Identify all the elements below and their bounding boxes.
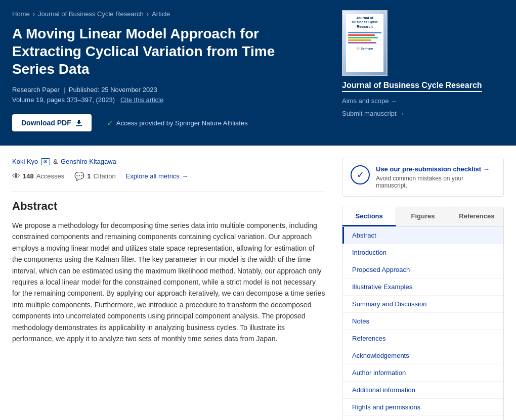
- list-item: Notes: [342, 313, 503, 330]
- checklist-link-label: Use our pre-submission checklist: [376, 165, 481, 173]
- citations-label: Citation: [94, 172, 116, 180]
- action-row: Download PDF ✓ Access provided by Spring…: [12, 106, 330, 131]
- list-item: Rights and permissions: [342, 399, 503, 416]
- accesses-icon: 👁: [12, 172, 20, 181]
- cover-line-4: [348, 39, 371, 41]
- volume-info: Volume 19, pages 373–397, (2023): [12, 96, 115, 104]
- sections-panel: Sections Figures References Abstract Int…: [342, 207, 504, 420]
- divider-1: [12, 191, 326, 192]
- breadcrumb-journal[interactable]: Journal of Business Cycle Research: [38, 10, 144, 18]
- hero-section: Home › Journal of Business Cycle Researc…: [0, 0, 516, 146]
- authors-line: Koki Kyo ✉ & Genshiro Kitagawa: [12, 158, 326, 165]
- section-link-summary[interactable]: Summary and Discussion: [342, 296, 503, 312]
- cover-line-5: [348, 42, 376, 43]
- main-content: Koki Kyo ✉ & Genshiro Kitagawa 👁 148 Acc…: [0, 158, 516, 420]
- list-item: Additional information: [342, 382, 503, 399]
- list-item: Author information: [342, 364, 503, 382]
- breadcrumb-sep-2: ›: [147, 10, 149, 18]
- abstract-title: Abstract: [12, 200, 326, 213]
- article-meta-type: Research Paper | Published: 25 November …: [12, 86, 330, 94]
- section-link-author-info[interactable]: Author information: [342, 364, 503, 381]
- aims-scope-link[interactable]: Aims and scope →: [342, 97, 397, 105]
- article-title: A Moving Linear Model Approach for Extra…: [12, 25, 306, 78]
- checklist-icon: ✓: [351, 165, 370, 184]
- explore-metrics-label: Explore all metrics: [126, 172, 180, 180]
- cover-line-3: [348, 37, 378, 38]
- list-item: Illustrative Examples: [342, 278, 503, 296]
- article-meta-volume: Volume 19, pages 373–397, (2023) Cite th…: [12, 96, 330, 104]
- accesses-count: 148: [23, 172, 34, 180]
- section-link-introduction[interactable]: Introduction: [342, 244, 503, 261]
- cover-title: Journal ofBusiness CycleResearch: [352, 16, 378, 29]
- checklist-box: ✓ Use our pre-submission checklist → Avo…: [342, 158, 504, 197]
- list-item: Introduction: [342, 244, 503, 261]
- citations-metric: 💬 1 Citation: [74, 171, 115, 181]
- sections-tabs: Sections Figures References: [342, 207, 503, 227]
- submit-label: Submit manuscript: [342, 110, 397, 117]
- section-link-references[interactable]: References: [342, 330, 503, 347]
- download-icon: [75, 119, 82, 126]
- download-pdf-label: Download PDF: [21, 119, 71, 127]
- email-icon[interactable]: ✉: [41, 158, 50, 165]
- hero-right: Journal ofBusiness CycleResearch 🔆 Sprin…: [342, 10, 504, 117]
- explore-metrics-link[interactable]: Explore all metrics →: [126, 172, 188, 180]
- hero-left: Home › Journal of Business Cycle Researc…: [12, 10, 330, 131]
- checkmark-icon: ✓: [107, 118, 113, 128]
- content-right: ✓ Use our pre-submission checklist → Avo…: [342, 158, 504, 420]
- section-link-illustrative-examples[interactable]: Illustrative Examples: [342, 278, 503, 295]
- section-link-abstract[interactable]: Abstract: [342, 227, 503, 244]
- checklist-link[interactable]: Use our pre-submission checklist →: [376, 165, 495, 173]
- author2-link[interactable]: Genshiro Kitagawa: [61, 158, 116, 165]
- cover-line-2: [348, 34, 375, 36]
- published-date: 25 November 2023: [101, 86, 157, 94]
- download-pdf-button[interactable]: Download PDF: [12, 114, 92, 131]
- submit-arrow: →: [399, 110, 405, 117]
- author-separator: &: [53, 158, 58, 165]
- sections-list: Abstract Introduction Proposed Approach …: [342, 227, 503, 420]
- cover-line-1: [348, 32, 381, 33]
- abstract-text: We propose a methodology for decomposing…: [12, 220, 326, 344]
- breadcrumb-sep-1: ›: [33, 10, 35, 18]
- published-label: Published:: [69, 86, 100, 94]
- accesses-metric: 👁 148 Accesses: [12, 172, 64, 181]
- section-link-notes[interactable]: Notes: [342, 313, 503, 330]
- access-note: ✓ Access provided by Springer Nature Aff…: [107, 118, 248, 128]
- list-item: Summary and Discussion: [342, 296, 503, 313]
- tab-sections[interactable]: Sections: [342, 207, 396, 226]
- journal-name-link[interactable]: Journal of Business Cycle Research: [342, 81, 482, 92]
- section-link-proposed-approach[interactable]: Proposed Approach: [342, 261, 503, 278]
- checklist-text: Use our pre-submission checklist → Avoid…: [376, 165, 495, 189]
- author1-link[interactable]: Koki Kyo: [12, 158, 38, 165]
- citations-count: 1: [87, 172, 91, 180]
- breadcrumb: Home › Journal of Business Cycle Researc…: [12, 10, 330, 18]
- list-item: Proposed Approach: [342, 261, 503, 278]
- content-left: Koki Kyo ✉ & Genshiro Kitagawa 👁 148 Acc…: [12, 158, 342, 420]
- tab-references[interactable]: References: [450, 207, 503, 226]
- section-link-additional-info[interactable]: Additional information: [342, 382, 503, 398]
- aims-scope-arrow: →: [391, 98, 397, 105]
- journal-card: Journal ofBusiness CycleResearch 🔆 Sprin…: [342, 10, 504, 117]
- list-item: Abstract: [342, 227, 503, 244]
- list-item: References: [342, 330, 503, 347]
- tab-figures[interactable]: Figures: [396, 207, 450, 226]
- submit-manuscript-link[interactable]: Submit manuscript →: [342, 110, 405, 117]
- cite-link[interactable]: Cite this article: [120, 96, 163, 104]
- checklist-desc: Avoid common mistakes on your manuscript…: [376, 175, 495, 189]
- article-type: Research Paper: [12, 86, 60, 94]
- cover-publisher: 🔆 Springer: [356, 46, 373, 50]
- metrics-line: 👁 148 Accesses 💬 1 Citation Explore all …: [12, 171, 326, 181]
- checklist-link-arrow: →: [483, 165, 490, 173]
- citations-icon: 💬: [74, 171, 84, 181]
- breadcrumb-home[interactable]: Home: [12, 10, 30, 18]
- section-link-acknowledgements[interactable]: Acknowledgements: [342, 347, 503, 364]
- list-item: Acknowledgements: [342, 347, 503, 364]
- list-item: About this article: [342, 416, 503, 420]
- access-note-text: Access provided by Springer Nature Affil…: [116, 119, 248, 127]
- accesses-label: Accesses: [36, 172, 65, 180]
- section-link-rights[interactable]: Rights and permissions: [342, 399, 503, 415]
- section-link-about[interactable]: About this article: [342, 416, 503, 420]
- explore-metrics-arrow: →: [182, 172, 188, 180]
- journal-cover: Journal ofBusiness CycleResearch 🔆 Sprin…: [342, 10, 388, 76]
- aims-scope-label: Aims and scope: [342, 97, 389, 105]
- breadcrumb-current: Article: [152, 10, 170, 18]
